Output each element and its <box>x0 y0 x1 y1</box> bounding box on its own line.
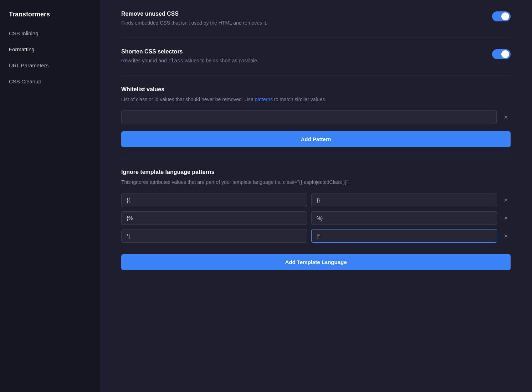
remove-unused-css-desc: Finds embedded CSS that isn't used by th… <box>121 19 485 27</box>
template-pair-0-start[interactable] <box>121 194 307 207</box>
remove-unused-css-row: Remove unused CSS Finds embedded CSS tha… <box>121 11 511 27</box>
shorten-css-selectors-row: Shorten CSS selectors Rewrites your id a… <box>121 48 511 65</box>
template-pair-0-close[interactable]: × <box>501 196 511 205</box>
main-content: Remove unused CSS Finds embedded CSS tha… <box>100 0 532 392</box>
whitelist-close-button[interactable]: × <box>501 113 511 122</box>
whitelist-desc-before: List of class or id values that should n… <box>121 97 255 102</box>
template-title: Ignore template language patterns <box>121 169 511 175</box>
whitelist-patterns-link[interactable]: patterns <box>255 97 273 102</box>
sidebar-item-css-cleanup[interactable]: CSS Cleanup <box>0 73 100 89</box>
shorten-css-selectors-section: Shorten CSS selectors Rewrites your id a… <box>121 38 511 76</box>
add-pattern-button[interactable]: Add Pattern <box>121 131 511 147</box>
whitelist-section: Whitelist values List of class or id val… <box>121 76 511 158</box>
template-pair-2-close[interactable]: × <box>501 231 511 241</box>
shorten-css-selectors-toggle[interactable] <box>492 49 511 59</box>
template-pair-0-end[interactable] <box>311 194 497 207</box>
sidebar-title: Transformers <box>0 7 100 25</box>
sidebar-item-formatting[interactable]: Formatting <box>0 41 100 57</box>
shorten-css-selectors-title: Shorten CSS selectors <box>121 48 485 55</box>
add-template-language-button[interactable]: Add Template Language <box>121 254 511 270</box>
whitelist-input-row: × <box>121 110 511 124</box>
template-pair-2-end[interactable] <box>311 229 497 243</box>
sidebar-item-url-parameters[interactable]: URL Parameters <box>0 57 100 73</box>
remove-unused-css-section: Remove unused CSS Finds embedded CSS tha… <box>121 0 511 38</box>
remove-unused-css-title: Remove unused CSS <box>121 11 485 17</box>
remove-unused-css-toggle[interactable] <box>492 11 511 21</box>
template-pair-1-end[interactable] <box>311 211 497 225</box>
template-section: Ignore template language patterns This i… <box>121 158 511 280</box>
template-pair-row-1: × <box>121 211 511 225</box>
template-pair-row-2: × <box>121 229 511 243</box>
template-pair-2-start[interactable] <box>121 229 307 243</box>
template-pair-1-start[interactable] <box>121 211 307 225</box>
whitelist-desc: List of class or id values that should n… <box>121 96 511 103</box>
shorten-css-selectors-desc: Rewrites your id and class values to be … <box>121 57 485 65</box>
template-pair-row-0: × <box>121 194 511 207</box>
whitelist-title: Whitelist values <box>121 86 511 93</box>
sidebar: Transformers CSS Inlining Formatting URL… <box>0 0 100 392</box>
sidebar-item-css-inlining[interactable]: CSS Inlining <box>0 25 100 41</box>
toggle-thumb <box>501 12 509 20</box>
template-pair-1-close[interactable]: × <box>501 213 511 223</box>
whitelist-desc-after: to match similar values. <box>273 97 326 102</box>
remove-unused-css-text: Remove unused CSS Finds embedded CSS tha… <box>121 11 485 27</box>
template-desc: This ignores attributes values that are … <box>121 178 511 186</box>
shorten-css-selectors-text: Shorten CSS selectors Rewrites your id a… <box>121 48 485 65</box>
toggle-thumb-2 <box>501 50 509 58</box>
whitelist-input[interactable] <box>121 110 497 124</box>
